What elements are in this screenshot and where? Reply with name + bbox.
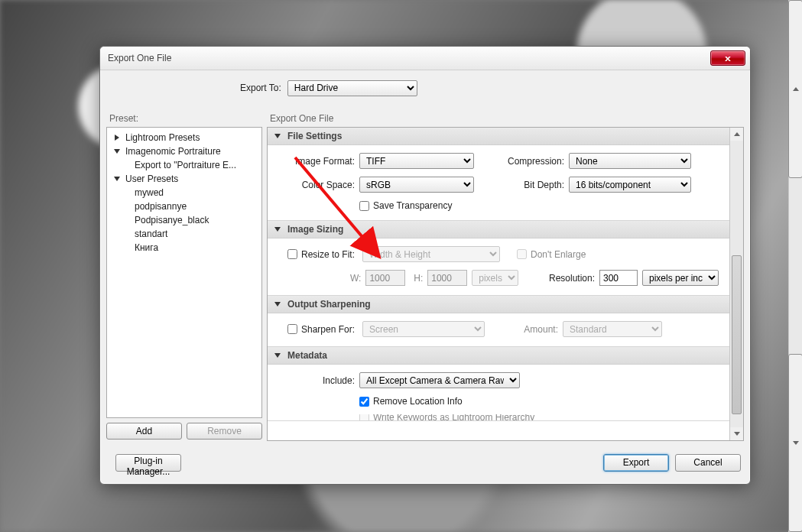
preset-item[interactable]: standart <box>109 227 260 241</box>
sharpen-for-label: Sharpen For: <box>301 324 358 335</box>
bit-depth-label: Bit Depth: <box>488 180 564 190</box>
close-icon: x <box>725 54 731 63</box>
remove-location-label: Remove Location Info <box>373 396 463 407</box>
preset-group-label: Lightroom Presets <box>125 132 200 143</box>
page-scrollbar[interactable] <box>788 0 802 532</box>
include-select[interactable]: All Except Camera & Camera Raw Info <box>359 372 520 388</box>
resolution-input[interactable] <box>599 270 638 286</box>
color-space-label: Color Space: <box>278 180 355 190</box>
file-settings-title: File Settings <box>287 131 342 141</box>
chevron-down-icon <box>274 132 281 140</box>
resolution-label: Resolution: <box>532 273 595 284</box>
width-label: W: <box>278 273 361 284</box>
export-to-row: Export To: Hard Drive <box>106 70 744 105</box>
close-button[interactable]: x <box>710 50 745 66</box>
amount-label: Amount: <box>498 324 558 335</box>
preset-group[interactable]: Imagenomic Portraiture <box>109 144 260 158</box>
chevron-down-icon <box>274 352 281 359</box>
preset-item[interactable]: Книга <box>109 241 260 255</box>
remove-location-checkbox[interactable] <box>359 397 369 407</box>
save-transparency-checkbox[interactable] <box>359 201 369 211</box>
preset-group-label: User Presets <box>125 174 178 184</box>
metadata-header[interactable]: Metadata <box>268 347 729 365</box>
resize-mode-select[interactable]: Width & Height <box>362 246 500 262</box>
preset-item[interactable]: Podpisanye_black <box>109 213 260 227</box>
preset-group[interactable]: User Presets <box>109 172 260 186</box>
color-space-select[interactable]: sRGB <box>359 177 474 193</box>
scroll-track[interactable] <box>730 141 743 427</box>
output-sharpening-header[interactable]: Output Sharpening <box>268 296 729 313</box>
export-to-select[interactable]: Hard Drive <box>287 80 417 96</box>
metadata-section: Metadata Include: All Except Camera & Ca… <box>268 347 729 421</box>
image-format-label: Image Format: <box>278 156 355 167</box>
export-to-label: Export To: <box>240 83 281 93</box>
remove-preset-button[interactable]: Remove <box>187 423 262 440</box>
output-sharpening-title: Output Sharpening <box>287 299 371 310</box>
scroll-down-button[interactable] <box>730 427 743 440</box>
preset-header: Preset: <box>106 113 267 127</box>
resolution-unit-select[interactable]: pixels per inch <box>642 270 719 286</box>
chevron-down-icon <box>734 432 740 436</box>
preset-group-label: Imagenomic Portraiture <box>125 146 221 157</box>
dialog-footer: Plug-in Manager... Export Cancel <box>106 447 744 478</box>
compression-label: Compression: <box>488 156 564 167</box>
chevron-down-icon <box>274 300 281 308</box>
preset-item[interactable]: mywed <box>109 186 260 200</box>
add-preset-button[interactable]: Add <box>106 423 182 440</box>
preset-item[interactable]: Export to "Portraiture E... <box>109 158 260 172</box>
sharpen-for-checkbox[interactable] <box>287 324 297 334</box>
chevron-down-icon <box>113 148 121 155</box>
save-transparency-label: Save Transparency <box>373 200 452 211</box>
settings-header: Export One File <box>267 113 744 127</box>
image-sizing-header[interactable]: Image Sizing <box>268 221 729 238</box>
cancel-button[interactable]: Cancel <box>675 454 741 472</box>
preset-item[interactable]: podpisannye <box>109 200 260 213</box>
chevron-down-icon <box>274 225 281 233</box>
window-title: Export One File <box>108 53 710 63</box>
write-keywords-label: Write Keywords as Lightroom Hierarchy <box>373 414 534 420</box>
settings-scrollbar[interactable] <box>729 128 743 440</box>
export-dialog: Export One File x Export To: Hard Drive … <box>99 46 751 485</box>
size-unit-select[interactable]: pixels <box>472 270 518 286</box>
image-sizing-section: Image Sizing Resize to Fit: Width & Heig… <box>268 221 729 296</box>
settings-column: Export One File File Settings Image Form <box>267 113 744 441</box>
chevron-down-icon <box>113 175 121 183</box>
height-label: H: <box>405 273 423 284</box>
write-keywords-checkbox[interactable] <box>359 414 369 420</box>
chevron-right-icon <box>113 134 121 141</box>
metadata-title: Metadata <box>287 350 327 361</box>
file-settings-section: File Settings Image Format: TIFF Compres… <box>268 128 729 221</box>
image-format-select[interactable]: TIFF <box>359 153 474 169</box>
height-input[interactable] <box>427 270 467 286</box>
chevron-down-icon <box>793 441 799 445</box>
resize-to-fit-checkbox[interactable] <box>287 249 297 259</box>
width-input[interactable] <box>365 270 405 286</box>
scroll-up-button[interactable] <box>730 128 743 141</box>
preset-list[interactable]: Lightroom PresetsImagenomic PortraitureE… <box>106 127 262 418</box>
file-settings-header[interactable]: File Settings <box>268 128 729 145</box>
scroll-thumb[interactable] <box>732 255 742 414</box>
export-button[interactable]: Export <box>603 454 669 472</box>
chevron-up-icon <box>793 87 799 91</box>
output-sharpening-section: Output Sharpening Sharpen For: Screen Am… <box>268 296 729 347</box>
titlebar[interactable]: Export One File x <box>100 47 750 70</box>
compression-select[interactable]: None <box>569 153 691 169</box>
scroll-down-button[interactable] <box>788 354 802 532</box>
scroll-up-button[interactable] <box>788 0 802 178</box>
preset-group[interactable]: Lightroom Presets <box>109 131 260 144</box>
image-sizing-title: Image Sizing <box>287 224 343 235</box>
bit-depth-select[interactable]: 16 bits/component <box>569 177 691 193</box>
amount-select[interactable]: Standard <box>563 321 662 337</box>
sharpen-target-select[interactable]: Screen <box>362 321 485 337</box>
dont-enlarge-label: Don't Enlarge <box>531 249 586 260</box>
dont-enlarge-checkbox[interactable] <box>517 249 527 259</box>
resize-to-fit-label: Resize to Fit: <box>301 249 358 260</box>
plugin-manager-button[interactable]: Plug-in Manager... <box>115 454 181 472</box>
chevron-up-icon <box>734 132 740 136</box>
include-label: Include: <box>278 375 355 386</box>
preset-column: Preset: Lightroom PresetsImagenomic Port… <box>106 113 267 441</box>
